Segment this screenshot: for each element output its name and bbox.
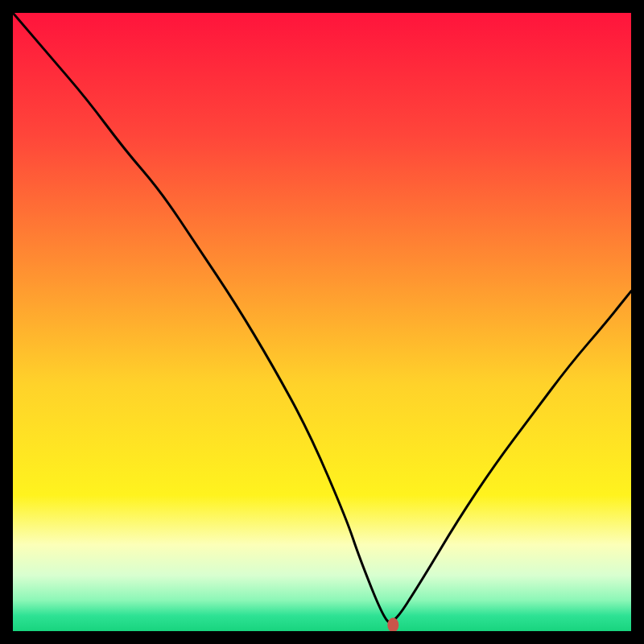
- chart-frame: TheBottleneck.com: [13, 13, 631, 631]
- gradient-background: [13, 13, 631, 631]
- bottleneck-chart: [13, 13, 631, 631]
